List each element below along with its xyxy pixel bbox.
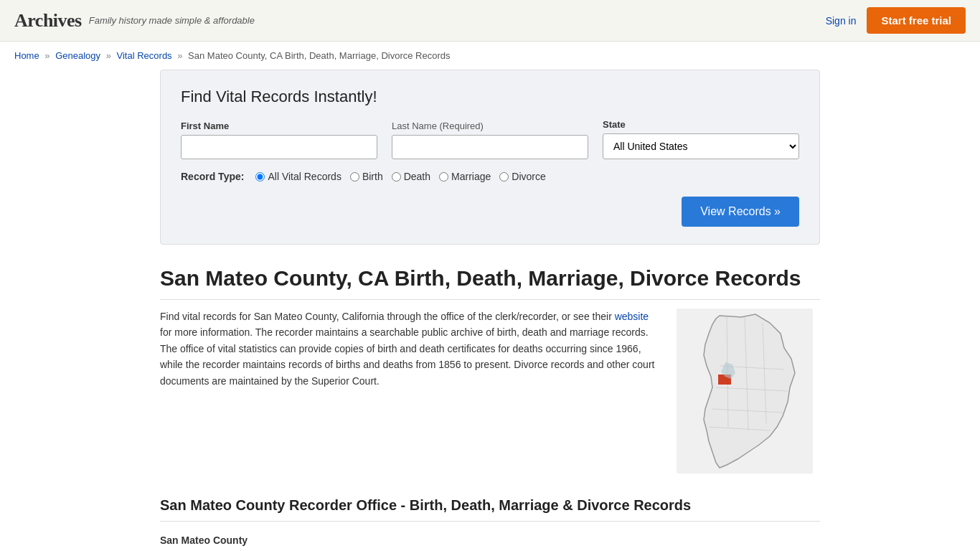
first-name-input[interactable] [181,135,377,159]
last-name-label: Last Name (Required) [392,121,588,131]
desc-after-link: for more information. The recorder maint… [160,326,654,386]
last-name-input[interactable] [392,135,588,159]
site-tagline: Family history made simple & affordable [89,15,255,26]
description-paragraph: Find vital records for San Mateo County,… [160,309,655,389]
recorder-section-title: San Mateo County Recorder Office - Birth… [160,497,820,522]
site-header: Archives Family history made simple & af… [0,0,980,42]
radio-divorce[interactable] [499,172,509,182]
breadcrumb-vital-records[interactable]: Vital Records [117,50,172,61]
search-fields: First Name Last Name (Required) State Al… [181,119,799,159]
page-title: San Mateo County, CA Birth, Death, Marri… [160,266,820,300]
search-heading: Find Vital Records Instantly! [181,88,799,106]
county-name: San Mateo County [160,532,820,550]
desc-before-link: Find vital records for San Mateo County,… [160,311,615,322]
california-map-svg [677,309,813,474]
breadcrumb-current: San Mateo County, CA Birth, Death, Marri… [188,50,450,61]
breadcrumb-home[interactable]: Home [14,50,39,61]
radio-death[interactable] [392,172,401,182]
view-records-row: View Records » [181,197,799,227]
radio-marriage[interactable] [439,172,448,182]
website-link[interactable]: website [615,311,649,322]
radio-birth[interactable] [350,172,359,182]
radio-all[interactable] [255,172,265,182]
record-type-divorce[interactable]: Divorce [499,171,545,182]
breadcrumb-sep-1: » [44,50,50,61]
record-type-all[interactable]: All Vital Records [255,171,341,182]
first-name-label: First Name [181,121,377,131]
main-content: Find Vital Records Instantly! First Name… [146,70,834,551]
state-label: State [603,119,799,130]
breadcrumb-sep-2: » [106,50,111,61]
header-right: Sign in Start free trial [826,7,966,34]
first-name-group: First Name [181,121,377,159]
state-select[interactable]: All United States [603,133,799,159]
record-type-death[interactable]: Death [392,171,430,182]
sign-in-link[interactable]: Sign in [826,15,857,27]
search-box: Find Vital Records Instantly! First Name… [160,70,820,245]
record-type-birth[interactable]: Birth [350,171,383,182]
record-type-row: Record Type: All Vital Records Birth Dea… [181,171,799,182]
record-type-label: Record Type: [181,171,244,182]
breadcrumb-genealogy[interactable]: Genealogy [55,50,100,61]
content-description: Find vital records for San Mateo County,… [160,309,655,476]
map-container [677,309,820,476]
state-group: State All United States [603,119,799,159]
record-type-marriage[interactable]: Marriage [439,171,491,182]
recorder-info: San Mateo County 555 County Ctr, 1st Fl … [160,532,820,551]
view-records-button[interactable]: View Records » [682,197,799,227]
header-left: Archives Family history made simple & af… [14,10,255,32]
content-section: Find vital records for San Mateo County,… [160,309,820,476]
recorder-section: San Mateo County Recorder Office - Birth… [160,497,820,551]
site-logo: Archives [14,10,82,32]
last-name-group: Last Name (Required) [392,121,588,159]
breadcrumb: Home » Genealogy » Vital Records » San M… [0,42,980,70]
breadcrumb-sep-3: » [177,50,182,61]
start-trial-button[interactable]: Start free trial [867,7,966,34]
